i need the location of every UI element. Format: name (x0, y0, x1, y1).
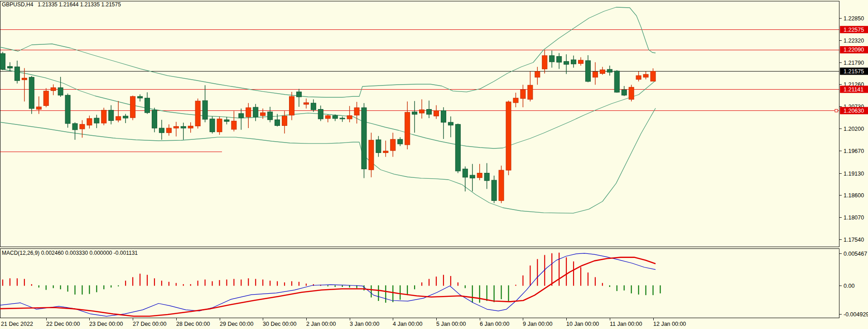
macd-pane-border (0, 249, 839, 318)
candle-body (535, 72, 540, 77)
candle-body (325, 115, 330, 118)
candle-body (564, 62, 569, 64)
price-axis-label: 1.20200 (844, 126, 864, 132)
macd-indicator-label: MACD(12,26,9) 0.002460 0.003330 0.000000… (2, 250, 138, 256)
time-axis-label: 30 Dec 00:00 (263, 321, 296, 327)
candle-body (434, 110, 439, 116)
level-line-handle[interactable] (835, 110, 838, 112)
candle-body (585, 61, 590, 81)
candle-body (448, 122, 453, 125)
main-pane-border (0, 1, 839, 247)
candle-body (138, 96, 143, 98)
price-axis-label: 1.22850 (844, 15, 864, 22)
candle-body (470, 175, 475, 178)
time-axis-label: 2 Jan 00:00 (306, 321, 336, 327)
candle-body (376, 140, 381, 153)
candle-body (420, 110, 424, 113)
candle-body (29, 77, 34, 109)
candle-body (188, 126, 193, 128)
candle-body (542, 56, 547, 69)
symbol-ohlc-label: GBPUSD,H4 1.21335 1.21644 1.21335 1.2157… (2, 1, 121, 8)
time-axis-label: 21 Dec 2022 (1, 321, 33, 327)
candle-body (614, 71, 619, 92)
macd-axis-label: 0.005467 (844, 251, 867, 257)
price-axis-label: 1.18070 (844, 215, 864, 221)
time-axis-label: 3 Jan 00:00 (350, 321, 379, 327)
candle-body (347, 115, 352, 119)
candle-body (36, 107, 41, 110)
candle-body (412, 112, 417, 114)
candle-body (195, 101, 200, 126)
bollinger-lower-band (0, 108, 656, 213)
candle-body (622, 90, 627, 95)
candle-body (174, 126, 178, 128)
candle-body (51, 88, 56, 91)
candle-body (224, 120, 229, 122)
candle-body (528, 85, 533, 99)
candle-body (513, 98, 518, 103)
time-axis-label: 5 Jan 00:00 (436, 321, 466, 327)
candle-body (296, 92, 301, 97)
candle-body (231, 121, 236, 129)
candle-body (506, 102, 511, 170)
candle-body (109, 110, 114, 120)
time-axis-label: 27 Dec 00:00 (133, 321, 166, 327)
price-axis-label: 1.18600 (844, 192, 864, 199)
time-axis-label: 6 Jan 00:00 (480, 321, 509, 327)
candle-body (123, 116, 128, 118)
candle-body (65, 95, 70, 124)
candle-body (318, 110, 323, 119)
price-badge-label[interactable]: 1.21141 (844, 86, 863, 93)
candle-body (239, 114, 244, 118)
candle-body (571, 60, 576, 64)
candle-body (260, 113, 265, 115)
candle-body (333, 115, 338, 118)
candle-body (7, 67, 12, 68)
candle-body (593, 72, 598, 77)
candle-body (159, 128, 164, 133)
time-axis-label: 10 Jan 00:00 (566, 321, 599, 327)
candle-body (181, 126, 186, 128)
price-axis-label: 1.22320 (844, 38, 864, 44)
price-chart-canvas[interactable]: 1.228501.223201.217901.212601.207301.202… (0, 0, 868, 329)
price-badge-label[interactable]: 1.22090 (844, 47, 864, 53)
price-axis-label: 1.19670 (844, 148, 864, 154)
candle-body (391, 139, 395, 151)
candle-body (101, 110, 106, 123)
candle-body (311, 103, 316, 110)
candle-body (441, 110, 446, 122)
candle-body (217, 119, 222, 132)
candle-body (152, 110, 157, 128)
candle-body (629, 87, 634, 100)
candle-body (643, 74, 648, 77)
candle-body (455, 124, 460, 171)
candle-body (87, 119, 92, 125)
candle-body (22, 78, 27, 80)
price-badge-label[interactable]: 1.20630 (844, 108, 864, 114)
candle-body (0, 53, 5, 69)
candle-body (14, 67, 19, 81)
bollinger-upper-band (0, 7, 656, 97)
candle-body (145, 98, 150, 113)
candle-body (463, 169, 468, 177)
time-axis-label: 4 Jan 00:00 (393, 321, 422, 327)
price-badge-label[interactable]: 1.22575 (844, 27, 864, 33)
candle-body (651, 71, 656, 81)
price-axis-label: 1.19130 (844, 171, 864, 177)
candle-body (383, 151, 388, 153)
candle-body (72, 124, 77, 130)
candle-body (362, 108, 366, 169)
candle-body (340, 118, 345, 119)
macd-axis-label: 0.00 (844, 283, 854, 289)
candle-body (304, 103, 309, 105)
candle-body (521, 90, 526, 98)
time-axis-label: 23 Dec 00:00 (89, 321, 123, 327)
candle-body (398, 139, 403, 144)
candle-body (130, 96, 135, 118)
time-axis-label: 9 Jan 00:00 (523, 321, 552, 327)
candle-body (492, 180, 497, 200)
price-axis-label: 1.17540 (844, 237, 864, 243)
candle-body (600, 70, 605, 73)
price-badge-label[interactable]: 1.21575 (844, 68, 864, 75)
candle-body (557, 57, 562, 62)
